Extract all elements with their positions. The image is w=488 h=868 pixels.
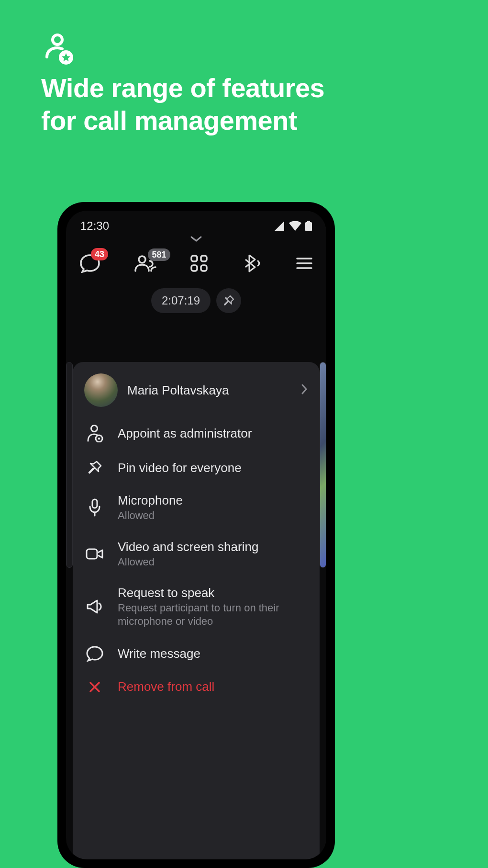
svg-point-12 bbox=[91, 426, 98, 432]
call-timer-row: 2:07:19 bbox=[66, 288, 326, 313]
svg-rect-6 bbox=[201, 256, 207, 261]
message-icon bbox=[84, 645, 105, 662]
participants-button[interactable]: 581 bbox=[134, 254, 157, 274]
menu-label: Appoint as administrator bbox=[118, 426, 252, 441]
hamburger-icon bbox=[296, 256, 313, 271]
pin-icon bbox=[84, 460, 105, 476]
wifi-icon bbox=[289, 221, 301, 231]
svg-point-0 bbox=[53, 35, 62, 45]
menu-label: Microphone bbox=[118, 493, 183, 508]
participants-badge: 581 bbox=[148, 248, 170, 261]
video-tile bbox=[66, 362, 73, 568]
status-time: 12:30 bbox=[80, 219, 109, 233]
menu-remove-call[interactable]: Remove from call bbox=[83, 671, 309, 703]
menu-sublabel: Allowed bbox=[118, 509, 183, 522]
menu-microphone[interactable]: Microphone Allowed bbox=[83, 485, 309, 531]
status-indicators bbox=[274, 221, 312, 231]
video-tile bbox=[320, 362, 326, 568]
grid-button[interactable] bbox=[190, 254, 208, 274]
svg-rect-8 bbox=[201, 265, 207, 271]
menu-appoint-admin[interactable]: Appoint as administrator bbox=[83, 416, 309, 451]
menu-label: Pin video for everyone bbox=[118, 461, 242, 475]
svg-rect-15 bbox=[92, 499, 97, 508]
close-icon bbox=[84, 680, 105, 694]
promo-feature-icon bbox=[44, 34, 74, 67]
menu-label: Write message bbox=[118, 646, 200, 661]
menu-label: Request to speak bbox=[118, 586, 308, 600]
pin-icon bbox=[222, 294, 235, 307]
chat-badge: 43 bbox=[91, 248, 108, 260]
svg-point-4 bbox=[139, 256, 145, 263]
menu-pin-video[interactable]: Pin video for everyone bbox=[83, 451, 309, 485]
svg-point-14 bbox=[98, 438, 100, 440]
menu-sublabel: Request participant to turn on their mic… bbox=[118, 601, 308, 628]
admin-icon bbox=[84, 424, 105, 442]
promo-headline: Wide range of features for call manageme… bbox=[41, 72, 324, 137]
megaphone-icon bbox=[84, 598, 105, 615]
menu-label: Remove from call bbox=[118, 679, 214, 694]
menu-button[interactable] bbox=[296, 256, 313, 272]
avatar bbox=[84, 373, 118, 407]
grid-icon bbox=[190, 254, 208, 272]
phone-frame: 12:30 43 581 bbox=[57, 202, 335, 868]
participant-header[interactable]: Maria Poltavskaya bbox=[83, 371, 309, 416]
svg-rect-3 bbox=[307, 221, 310, 222]
svg-rect-17 bbox=[87, 549, 97, 559]
call-duration: 2:07:19 bbox=[151, 288, 211, 313]
participant-actions-sheet: Maria Poltavskaya Appoint as administrat… bbox=[73, 362, 320, 859]
svg-rect-5 bbox=[191, 256, 197, 261]
battery-icon bbox=[305, 221, 312, 231]
svg-rect-2 bbox=[305, 222, 312, 231]
menu-write-message[interactable]: Write message bbox=[83, 636, 309, 671]
bluetooth-audio-icon bbox=[242, 254, 263, 273]
status-bar: 12:30 bbox=[66, 211, 326, 237]
microphone-icon bbox=[84, 498, 105, 517]
bluetooth-audio-button[interactable] bbox=[242, 254, 263, 275]
svg-rect-7 bbox=[191, 265, 197, 271]
phone-screen: 12:30 43 581 bbox=[66, 211, 326, 859]
cellular-icon bbox=[274, 221, 285, 231]
chat-button[interactable]: 43 bbox=[79, 254, 100, 275]
chevron-down-icon[interactable] bbox=[189, 235, 203, 245]
menu-sublabel: Allowed bbox=[118, 555, 258, 569]
pin-button[interactable] bbox=[216, 288, 241, 313]
video-icon bbox=[84, 547, 105, 561]
menu-request-speak[interactable]: Request to speak Request participant to … bbox=[83, 577, 309, 636]
menu-video-sharing[interactable]: Video and screen sharing Allowed bbox=[83, 531, 309, 577]
menu-label: Video and screen sharing bbox=[118, 540, 258, 554]
participant-name: Maria Poltavskaya bbox=[127, 383, 291, 398]
chevron-right-icon bbox=[300, 383, 308, 397]
